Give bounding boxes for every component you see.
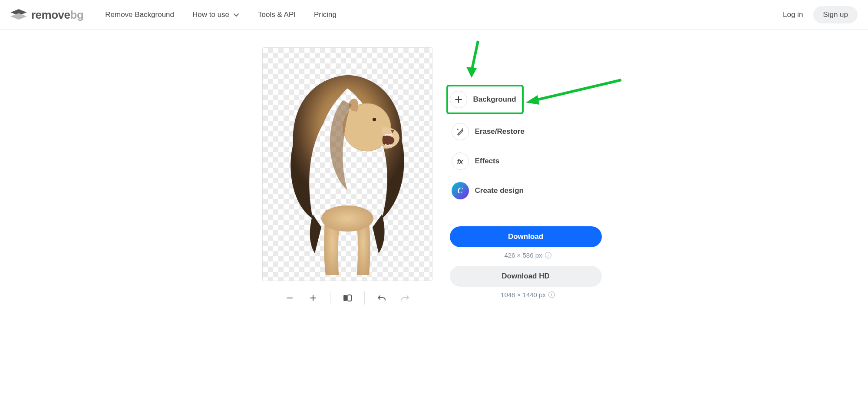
nav-pricing[interactable]: Pricing [314, 10, 337, 19]
zoom-out-button[interactable] [283, 291, 296, 304]
plus-icon [450, 91, 467, 108]
nav-how-to-use[interactable]: How to use [192, 10, 240, 19]
annotation-arrow-icon [463, 39, 485, 82]
option-effects[interactable]: fx Effects [450, 151, 606, 172]
login-link[interactable]: Log in [783, 10, 803, 19]
result-image [282, 71, 413, 275]
redo-button[interactable] [399, 291, 412, 304]
svg-line-11 [472, 41, 478, 71]
download-hd-button[interactable]: Download HD [450, 266, 602, 287]
signup-button[interactable]: Sign up [813, 6, 858, 23]
option-label: Background [473, 95, 516, 104]
download-dimensions: 426 × 586 pxi [450, 252, 606, 259]
svg-point-2 [321, 205, 373, 232]
canva-icon: C [452, 182, 469, 199]
option-create-design[interactable]: C Create design [450, 180, 606, 201]
annotation-arrow-icon [524, 78, 624, 108]
option-label: Create design [475, 186, 524, 195]
nav-remove-background[interactable]: Remove Background [105, 10, 174, 19]
download-button[interactable]: Download [450, 226, 602, 247]
option-label: Erase/Restore [475, 127, 525, 136]
info-icon[interactable]: i [545, 252, 551, 258]
svg-marker-1 [10, 13, 26, 20]
logo-icon [10, 9, 27, 20]
logo-text: removebg [31, 8, 83, 22]
compare-button[interactable] [341, 291, 354, 304]
magic-erase-icon [452, 123, 469, 140]
logo[interactable]: removebg [10, 8, 83, 22]
svg-line-13 [535, 80, 621, 100]
svg-marker-12 [466, 67, 477, 78]
zoom-in-button[interactable] [307, 291, 320, 304]
svg-rect-10 [348, 295, 351, 301]
svg-marker-14 [526, 95, 539, 105]
undo-button[interactable] [375, 291, 388, 304]
info-icon[interactable]: i [548, 291, 555, 298]
nav-tools-api[interactable]: Tools & API [258, 10, 296, 19]
image-canvas[interactable] [262, 47, 432, 281]
toolbar-divider [364, 291, 365, 304]
option-label: Effects [475, 157, 500, 165]
toolbar-divider [330, 291, 330, 304]
svg-rect-9 [343, 295, 347, 301]
download-hd-dimensions: 1048 × 1440 pxi [450, 291, 606, 298]
option-background[interactable]: Background [448, 86, 522, 113]
fx-icon: fx [452, 152, 469, 170]
chevron-down-icon [233, 11, 240, 18]
option-erase-restore[interactable]: Erase/Restore [450, 121, 606, 142]
svg-point-5 [373, 118, 376, 121]
top-nav: removebg Remove Background How to use To… [0, 0, 868, 30]
canvas-toolbar [283, 291, 412, 304]
